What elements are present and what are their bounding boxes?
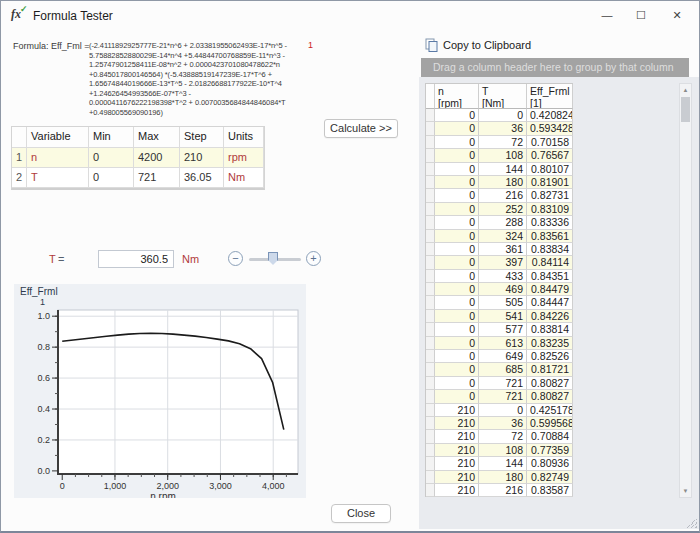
results-cell: 649 bbox=[479, 350, 527, 363]
results-cell: 180 bbox=[479, 471, 527, 484]
results-cell: 0.84447 bbox=[527, 296, 573, 309]
results-cell: 0 bbox=[435, 283, 479, 296]
results-cell: 0.420824 bbox=[527, 109, 573, 122]
results-row[interactable]: 03610.83834 bbox=[426, 243, 573, 256]
results-cell: 0.83235 bbox=[527, 337, 573, 350]
results-cell: 0 bbox=[435, 350, 479, 363]
torque-value-input[interactable] bbox=[98, 250, 174, 268]
window-close-button[interactable]: ✕ bbox=[661, 1, 693, 29]
maximize-button[interactable]: ☐ bbox=[625, 1, 657, 29]
scrollbar-down-button[interactable]: ▼ bbox=[680, 485, 691, 497]
formula-line-1: (-2.4111892925777E-21*n^6 + 2.0338195506… bbox=[89, 41, 314, 51]
results-row[interactable]: 03970.84114 bbox=[426, 256, 573, 269]
row-indicator bbox=[426, 296, 435, 309]
results-row[interactable]: 2102160.83587 bbox=[426, 484, 573, 497]
results-row[interactable]: 07210.80827 bbox=[426, 390, 573, 403]
variable-name-cell[interactable]: n bbox=[27, 148, 89, 168]
group-by-bar[interactable]: Drag a column header here to group by th… bbox=[421, 58, 689, 77]
slider-increment-button[interactable]: + bbox=[306, 251, 321, 266]
results-row[interactable]: 21000.425178 bbox=[426, 404, 573, 417]
row-indicator bbox=[426, 430, 435, 443]
max-cell[interactable]: 721 bbox=[134, 168, 180, 188]
results-row[interactable]: 0360.593428 bbox=[426, 122, 573, 135]
max-cell[interactable]: 4200 bbox=[134, 148, 180, 168]
results-row[interactable]: 02520.83109 bbox=[426, 203, 573, 216]
min-cell[interactable]: 0 bbox=[89, 168, 134, 188]
results-row[interactable]: 02880.83336 bbox=[426, 216, 573, 229]
column-header-Eff_Frml[interactable]: Eff_Frml[1] bbox=[527, 84, 573, 109]
results-row[interactable]: 2101080.77359 bbox=[426, 444, 573, 457]
chart-canvas: Eff_Frml101,0002,0003,0004,0000.00.20.40… bbox=[14, 284, 306, 498]
results-cell: 0 bbox=[435, 189, 479, 202]
titlebar[interactable]: fx✓ Formula Tester — ☐ ✕ bbox=[1, 1, 699, 31]
x-tick-label: 2,000 bbox=[156, 481, 179, 491]
slider-thumb[interactable] bbox=[268, 252, 278, 265]
row-indicator bbox=[426, 256, 435, 269]
results-row[interactable]: 210720.70884 bbox=[426, 430, 573, 443]
variable-name-cell[interactable]: T bbox=[27, 168, 89, 188]
close-button[interactable]: Close bbox=[331, 504, 391, 523]
results-cell: 0.84479 bbox=[527, 283, 573, 296]
results-cell: 397 bbox=[479, 256, 527, 269]
results-row[interactable]: 000.420824 bbox=[426, 109, 573, 122]
results-row[interactable]: 2101440.80936 bbox=[426, 457, 573, 470]
column-header-n[interactable]: n[rpm] bbox=[435, 84, 479, 109]
scrollbar-thumb[interactable] bbox=[681, 97, 690, 122]
results-row[interactable]: 210360.599568 bbox=[426, 417, 573, 430]
results-cell: 0 bbox=[435, 230, 479, 243]
results-cell: 0 bbox=[479, 404, 527, 417]
resize-grip[interactable] bbox=[687, 518, 697, 528]
results-row[interactable]: 06490.82526 bbox=[426, 350, 573, 363]
column-header-T[interactable]: T[Nm] bbox=[479, 84, 527, 109]
results-scrollbar[interactable]: ▲ ▼ bbox=[679, 83, 692, 498]
results-cell: 216 bbox=[479, 189, 527, 202]
results-row[interactable]: 05770.83814 bbox=[426, 323, 573, 336]
results-row[interactable]: 07210.80827 bbox=[426, 377, 573, 390]
results-row[interactable]: 06850.81721 bbox=[426, 363, 573, 376]
results-row[interactable]: 04690.84479 bbox=[426, 283, 573, 296]
results-row[interactable]: 03240.83561 bbox=[426, 230, 573, 243]
variables-header-Variable: Variable bbox=[27, 127, 89, 148]
results-cell: 0 bbox=[435, 136, 479, 149]
results-cell: 0.76567 bbox=[527, 149, 573, 162]
results-cell: 180 bbox=[479, 176, 527, 189]
results-row[interactable]: 05050.84447 bbox=[426, 296, 573, 309]
results-row[interactable]: 06130.83235 bbox=[426, 337, 573, 350]
results-cell: 0.82731 bbox=[527, 189, 573, 202]
units-cell[interactable]: rpm bbox=[224, 148, 264, 168]
results-row[interactable]: 02160.82731 bbox=[426, 189, 573, 202]
row-indicator bbox=[426, 122, 435, 135]
results-row[interactable]: 05410.84226 bbox=[426, 310, 573, 323]
results-cell: 210 bbox=[435, 404, 479, 417]
results-cell: 36 bbox=[479, 122, 527, 135]
results-cell: 0.84114 bbox=[527, 256, 573, 269]
scrollbar-up-button[interactable]: ▲ bbox=[680, 84, 691, 96]
results-grid-header: n[rpm]T[Nm]Eff_Frml[1] bbox=[426, 84, 573, 109]
results-row[interactable]: 04330.84351 bbox=[426, 270, 573, 283]
row-indicator bbox=[426, 216, 435, 229]
results-cell: 0 bbox=[435, 203, 479, 216]
minimize-button[interactable]: — bbox=[591, 1, 623, 29]
variables-row-n[interactable]: 1n04200210rpm bbox=[12, 148, 264, 168]
calculate-button[interactable]: Calculate >> bbox=[324, 119, 398, 138]
slider-decrement-button[interactable]: − bbox=[228, 251, 243, 266]
x-tick-label: 4,000 bbox=[262, 481, 285, 491]
results-row[interactable]: 01800.81901 bbox=[426, 176, 573, 189]
results-row[interactable]: 01440.80107 bbox=[426, 163, 573, 176]
results-cell: 0.82749 bbox=[527, 471, 573, 484]
row-indicator bbox=[426, 444, 435, 457]
variables-table: VariableMinMaxStepUnits1n04200210rpm2T07… bbox=[11, 126, 265, 190]
variables-header-Units: Units bbox=[224, 127, 264, 148]
row-indicator bbox=[426, 203, 435, 216]
step-cell[interactable]: 210 bbox=[180, 148, 224, 168]
equals-sign: = bbox=[58, 253, 64, 265]
results-row[interactable]: 2101800.82749 bbox=[426, 471, 573, 484]
results-row[interactable]: 01080.76567 bbox=[426, 149, 573, 162]
min-cell[interactable]: 0 bbox=[89, 148, 134, 168]
results-row[interactable]: 0720.70158 bbox=[426, 136, 573, 149]
step-cell[interactable]: 36.05 bbox=[180, 168, 224, 188]
copy-to-clipboard-button[interactable]: Copy to Clipboard bbox=[425, 38, 531, 54]
units-cell[interactable]: Nm bbox=[224, 168, 264, 188]
results-cell: 288 bbox=[479, 216, 527, 229]
variables-row-T[interactable]: 2T072136.05Nm bbox=[12, 168, 264, 188]
